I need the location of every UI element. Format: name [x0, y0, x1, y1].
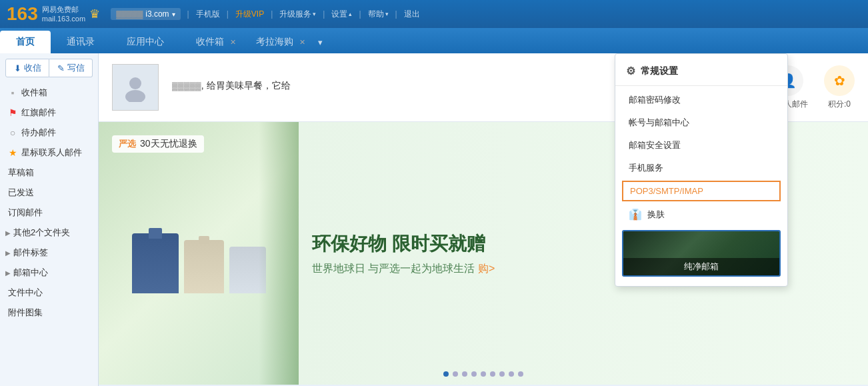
star-icon: ★ [8, 147, 17, 158]
banner-dot-2[interactable] [453, 371, 458, 377]
separator-4: | [323, 9, 325, 19]
tab-app-center[interactable]: 应用中心 [111, 31, 180, 53]
dropdown-item-pop3[interactable]: POP3/SMTP/IMAP [622, 181, 781, 201]
tab-home[interactable]: 首页 [0, 31, 51, 53]
more-tabs-button[interactable]: ▾ [312, 31, 328, 53]
main-content: ▓▓▓▓▓, 给胃美味早餐，它给 ✉ 1 未读邮件 ⏰ 待办邮件 👤 [99, 53, 868, 386]
settings-dropdown-menu: ⚙ 常规设置 邮箱密码修改 帐号与邮箱中心 邮箱安全设置 手机服务 POP3/S… [615, 53, 788, 287]
score-icon: ✿ [824, 65, 855, 96]
logo: 163 网易免费邮 mail.163.com ♛ [7, 5, 100, 24]
separator-5: | [359, 9, 361, 19]
skin-preview-label: 纯净邮箱 [623, 258, 779, 275]
banner-dot-1[interactable] [443, 371, 449, 377]
banner-dot-5[interactable] [481, 371, 486, 377]
inbox-tab-close-icon[interactable]: ✕ [230, 38, 236, 47]
settings-arrow-icon: ▴ [349, 11, 352, 17]
sidebar-item-draft[interactable]: 草稿箱 [0, 163, 98, 183]
mailbox-center-arrow-icon: ▶ [5, 269, 11, 277]
separator-1: | [187, 9, 189, 19]
sidebar-item-starred[interactable]: ★ 星标联系人邮件 [0, 143, 98, 163]
separator-3: | [271, 9, 273, 19]
flag-icon: ⚑ [8, 107, 17, 118]
dropdown-item-mobile[interactable]: 手机服务 [615, 157, 787, 179]
compose-button[interactable]: ✎ 写信 [49, 59, 93, 77]
sidebar: ⬇ 收信 ✎ 写信 ▪ 收件箱 ⚑ 红旗邮件 ○ 待办邮件 ★ 星标联系人邮件 … [0, 53, 99, 386]
edit-icon: ✎ [57, 63, 65, 73]
sidebar-item-subscribed[interactable]: 订阅邮件 [0, 203, 98, 223]
sidebar-actions: ⬇ 收信 ✎ 写信 [0, 59, 98, 83]
banner-link[interactable]: 购> [478, 263, 495, 274]
sidebar-item-todo[interactable]: ○ 待办邮件 [0, 123, 98, 143]
banner-dot-6[interactable] [490, 371, 495, 377]
header-nav: ▓▓▓▓▓ i3.com ▾ | 手机版 | 升级VIP | 升级服务 ▾ | … [111, 8, 861, 20]
help-dropdown[interactable]: 帮助 ▾ [368, 9, 389, 20]
banner-dots [443, 371, 523, 377]
banner-dot-7[interactable] [499, 371, 505, 377]
dropdown-item-password[interactable]: 邮箱密码修改 [615, 89, 787, 111]
svg-point-1 [125, 90, 145, 102]
sidebar-item-other-folders[interactable]: ▶ 其他2个文件夹 [0, 223, 98, 243]
tab-contacts[interactable]: 通讯录 [51, 31, 111, 53]
skin-preview[interactable]: 纯净邮箱 [622, 230, 781, 277]
mobile-link[interactable]: 手机版 [196, 9, 220, 20]
svg-point-0 [129, 77, 141, 89]
tab-inbox[interactable]: 收件箱 ✕ [180, 31, 240, 53]
banner-dot-9[interactable] [518, 371, 523, 377]
settings-dropdown-trigger[interactable]: 设置 ▴ [331, 9, 352, 20]
dropdown-item-account[interactable]: 帐号与邮箱中心 [615, 111, 787, 134]
score-label: 积分:0 [828, 99, 851, 110]
separator-2: | [227, 9, 229, 19]
kaola-tab-close-icon[interactable]: ✕ [299, 38, 305, 47]
gear-icon: ⚙ [626, 65, 635, 77]
nav-tabs: 首页 通讯录 应用中心 收件箱 ✕ 考拉海购 ✕ ▾ [0, 28, 868, 53]
banner-dot-4[interactable] [471, 371, 477, 377]
sidebar-item-mail-tags[interactable]: ▶ 邮件标签 [0, 243, 98, 263]
crown-icon: ♛ [89, 7, 100, 21]
clock-icon: ○ [8, 127, 17, 138]
banner-left: 严选 30天无忧退换 [99, 122, 299, 385]
email-display[interactable]: ▓▓▓▓▓ i3.com ▾ [111, 8, 180, 20]
upgrade-service-dropdown[interactable]: 升级服务 ▾ [279, 9, 316, 20]
sidebar-item-sent[interactable]: 已发送 [0, 183, 98, 203]
upgrade-arrow-icon: ▾ [313, 11, 316, 17]
banner-dot-3[interactable] [462, 371, 467, 377]
inbox-icon: ▪ [8, 87, 17, 98]
other-folders-arrow-icon: ▶ [5, 229, 11, 237]
receive-button[interactable]: ⬇ 收信 [5, 59, 49, 77]
greeting-area: ▓▓▓▓▓, 给胃美味早餐，它给 [172, 80, 659, 95]
banner-badge: 严选 30天无忧退换 [112, 135, 204, 153]
sidebar-item-inbox[interactable]: ▪ 收件箱 [0, 83, 98, 103]
mail-tags-arrow-icon: ▶ [5, 249, 11, 257]
dropdown-item-security[interactable]: 邮箱安全设置 [615, 134, 787, 157]
header: 163 网易免费邮 mail.163.com ♛ ▓▓▓▓▓ i3.com ▾ … [0, 0, 868, 28]
logout-link[interactable]: 退出 [404, 9, 420, 20]
download-icon: ⬇ [14, 63, 21, 73]
banner-dot-8[interactable] [509, 371, 514, 377]
dropdown-item-skin[interactable]: 👔 换肤 [615, 203, 787, 226]
tab-kaola[interactable]: 考拉海购 ✕ [240, 31, 309, 53]
vip-link[interactable]: 升级VIP [235, 9, 264, 20]
score-stat[interactable]: ✿ 积分:0 [824, 65, 855, 110]
greeting-text: ▓▓▓▓▓, 给胃美味早餐，它给 [172, 80, 659, 92]
avatar-icon [121, 73, 150, 102]
brand-logo: 严选 [119, 138, 136, 150]
sidebar-item-attachment-album[interactable]: 附件图集 [0, 303, 98, 323]
shirt-icon: 👔 [629, 208, 642, 221]
main-layout: ⬇ 收信 ✎ 写信 ▪ 收件箱 ⚑ 红旗邮件 ○ 待办邮件 ★ 星标联系人邮件 … [0, 53, 868, 386]
avatar [112, 64, 159, 111]
sidebar-item-redflag[interactable]: ⚑ 红旗邮件 [0, 103, 98, 123]
help-arrow-icon: ▾ [385, 11, 389, 17]
sidebar-item-mailbox-center[interactable]: ▶ 邮箱中心 [0, 263, 98, 283]
logo-text: 网易免费邮 mail.163.com [42, 5, 85, 24]
dropdown-divider-1 [615, 85, 787, 86]
sidebar-item-file-center[interactable]: 文件中心 [0, 283, 98, 303]
dropdown-header: ⚙ 常规设置 [615, 59, 787, 83]
logo-number: 163 [7, 5, 38, 23]
separator-6: | [395, 9, 397, 19]
